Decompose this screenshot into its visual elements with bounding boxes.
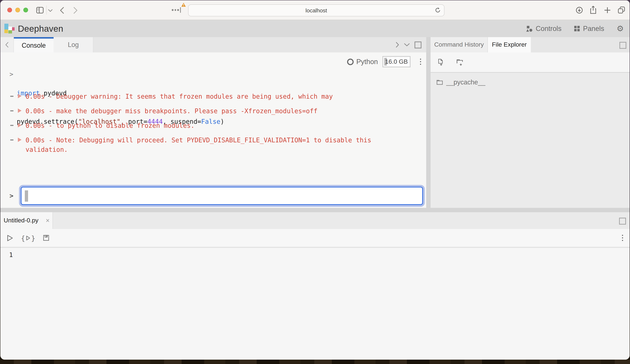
tab-scroll-right-button[interactable] <box>396 42 399 48</box>
log-expand-arrow-icon[interactable] <box>18 123 22 127</box>
desktop-wallpaper <box>0 360 630 364</box>
horizontal-split-handle[interactable] <box>0 208 630 212</box>
console-warning-line: 0.00s - make the debugger miss breakpoin… <box>0 106 426 116</box>
more-dots-icon <box>172 9 179 11</box>
tab-log[interactable]: Log <box>54 37 93 52</box>
file-row[interactable]: __pycache__ <box>430 76 630 88</box>
panel-split-handle[interactable] <box>426 37 430 208</box>
input-cursor <box>25 190 28 202</box>
log-expand-arrow-icon[interactable] <box>18 94 22 98</box>
log-collapse-dash-icon[interactable] <box>10 96 14 97</box>
tab-log-label: Log <box>68 41 79 49</box>
editor-tabbar: Untitled-0.py × <box>0 212 630 229</box>
sidebar-toggle-icon[interactable] <box>36 6 44 14</box>
save-button[interactable] <box>43 234 50 241</box>
chevron-down-icon <box>404 43 410 47</box>
window-minimize-button[interactable] <box>15 8 20 12</box>
line-number: 1 <box>9 250 630 260</box>
file-explorer-toolbar <box>430 52 630 73</box>
warning-triangle-icon <box>181 2 186 7</box>
tab-file-explorer-label: File Explorer <box>492 41 527 48</box>
session-language: Python <box>356 58 378 66</box>
address-bar-url: localhost <box>306 7 327 13</box>
panels-button[interactable]: Panels <box>574 24 604 32</box>
tab-list-dropdown-button[interactable] <box>404 43 410 47</box>
brace-left: { <box>21 234 25 242</box>
code-editor[interactable]: 1 <box>0 248 630 360</box>
run-button[interactable] <box>6 234 14 241</box>
extensions-indicator[interactable] <box>171 0 188 20</box>
maximize-panel-icon[interactable] <box>619 218 626 225</box>
app-title: Deephaven <box>18 23 63 34</box>
file-list: __pycache__ <box>430 73 630 208</box>
forward-button-icon[interactable] <box>73 7 78 14</box>
share-icon[interactable] <box>589 5 597 14</box>
browser-window: localhost <box>0 0 630 360</box>
editor-overflow-menu-icon[interactable] <box>620 233 624 243</box>
chevron-left-icon <box>5 42 9 48</box>
downloads-icon[interactable] <box>575 6 583 14</box>
log-collapse-dash-icon[interactable] <box>10 110 14 111</box>
file-name: __pycache__ <box>446 78 485 86</box>
text-cursor-icon <box>180 7 181 13</box>
console-output-prompt: > <box>10 69 13 79</box>
new-folder-button[interactable] <box>456 59 464 66</box>
tab-untitled-file[interactable]: Untitled-0.py × <box>0 212 53 229</box>
maximize-panel-icon[interactable] <box>414 41 422 48</box>
tab-scroll-left-button[interactable] <box>0 37 14 52</box>
warning-text: 0.00s - Note: Debugging will proceed. Se… <box>26 135 390 154</box>
tab-command-history-label: Command History <box>434 41 484 48</box>
back-button-icon[interactable] <box>60 7 64 14</box>
console-warning-line: 0.00s - Debugger warning: It seems that … <box>0 92 426 101</box>
new-file-icon <box>437 59 444 66</box>
settings-gear-icon[interactable]: ⚙ <box>617 24 624 32</box>
session-overflow-menu-icon[interactable] <box>418 57 422 66</box>
run-selected-button[interactable]: { } <box>21 234 35 242</box>
app-header: Deephaven Controls <box>0 20 630 37</box>
save-icon <box>43 234 50 241</box>
maximize-panel-icon[interactable] <box>620 42 626 49</box>
controls-button[interactable]: Controls <box>526 24 562 32</box>
session-status: Python 16.0 GB <box>347 56 422 67</box>
browser-toolbar: localhost <box>0 0 630 20</box>
log-expand-arrow-icon[interactable] <box>18 108 22 113</box>
new-tab-icon[interactable] <box>604 6 612 14</box>
window-close-button[interactable] <box>7 8 12 12</box>
reload-icon[interactable] <box>434 6 442 14</box>
right-panel-tabbar: Command History File Explorer <box>430 37 630 52</box>
brace-right: } <box>31 234 35 242</box>
console-warning-line: 0.00s - Note: Debugging will proceed. Se… <box>0 135 426 154</box>
tab-console[interactable]: Console <box>14 37 54 52</box>
console-warning-line: 0.00s - to python to disable frozen modu… <box>0 121 426 130</box>
panels-icon <box>574 25 580 32</box>
console-log-warnings: 0.00s - Debugger warning: It seems that … <box>0 92 426 160</box>
log-expand-arrow-icon[interactable] <box>18 138 22 142</box>
tab-file-explorer[interactable]: File Explorer <box>488 37 531 52</box>
controls-icon <box>526 25 533 32</box>
memory-total: 16.0 GB <box>385 57 408 67</box>
deephaven-logo <box>4 23 14 34</box>
screen: localhost <box>0 0 630 364</box>
run-selected-icon <box>26 235 30 240</box>
controls-label: Controls <box>536 24 562 32</box>
tab-command-history[interactable]: Command History <box>430 37 488 52</box>
window-zoom-button[interactable] <box>23 8 28 12</box>
right-panel: Command History File Explorer <box>430 37 630 208</box>
tab-overview-icon[interactable] <box>617 6 626 14</box>
address-bar[interactable]: localhost <box>188 4 444 16</box>
editor-toolbar: { } <box>0 229 630 247</box>
session-status-icon <box>347 58 354 65</box>
warning-text: 0.00s - to python to disable frozen modu… <box>26 121 390 130</box>
toolbar-divider <box>46 5 47 14</box>
close-tab-icon[interactable]: × <box>46 217 50 224</box>
console-panel: Python 16.0 GB > import pydevd pydevd.se… <box>0 52 426 208</box>
tab-console-label: Console <box>22 42 46 49</box>
run-icon <box>6 234 14 241</box>
panels-label: Panels <box>583 24 604 32</box>
chevron-down-icon[interactable] <box>48 9 52 12</box>
log-collapse-dash-icon[interactable] <box>10 125 14 126</box>
log-collapse-dash-icon[interactable] <box>10 139 14 141</box>
memory-gauge: 16.0 GB <box>382 56 410 67</box>
new-file-button[interactable] <box>437 59 444 66</box>
console-input[interactable] <box>21 187 423 205</box>
